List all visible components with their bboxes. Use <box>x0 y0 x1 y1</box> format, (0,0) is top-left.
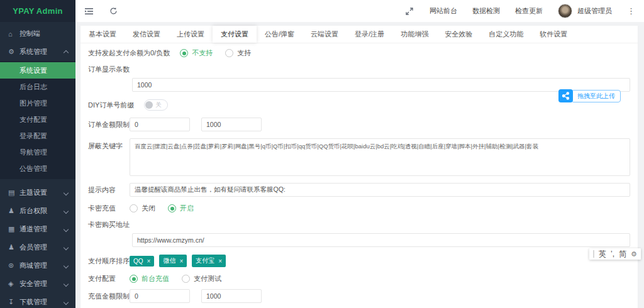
ime-status-bar[interactable]: 英 ’, 简 ⚙ <box>589 248 641 260</box>
chevron-down-icon <box>64 226 69 231</box>
collapse-sidebar-icon[interactable] <box>84 6 94 16</box>
sidebar-item-mall-management[interactable]: ⊛ 商城管理 <box>0 256 75 275</box>
pay-order-tag-alipay[interactable]: 支付宝 × <box>192 255 226 267</box>
remove-tag-icon[interactable]: × <box>179 258 183 265</box>
tab-basic-settings[interactable]: 基本设置 <box>80 26 125 43</box>
ime-simplified-toggle[interactable]: 简 <box>619 249 626 260</box>
sidebar-item-login-config[interactable]: 登录配置 <box>0 128 75 144</box>
sidebar-nav: ⌂ 控制端 ⚙ 系统管理 系统设置 后台日志 图片管理 支付配置 登录配置 导航… <box>0 22 75 308</box>
pay-order-label: 支付顺序排序 <box>88 256 130 266</box>
avatar[interactable] <box>558 4 572 18</box>
topbar: 网站前台 数据检测 检查更新 超级管理员 ⋮ <box>75 0 644 22</box>
toggle-off-text: 关 <box>155 101 162 109</box>
keywords-textarea[interactable]: 百度云|摆渡|云盘|点券|芸盘|萝莉|罗莉|网盘|黑号|q币|Q币|扣币|qq货… <box>130 138 630 176</box>
tab-login-register[interactable]: 登录/注册 <box>347 26 392 43</box>
card-url-input[interactable] <box>132 233 630 247</box>
balance-pay-yes-radio[interactable] <box>225 49 233 57</box>
balance-pay-no-option[interactable]: 不支持 <box>192 48 213 58</box>
user-icon: ♟ <box>8 207 19 215</box>
remove-tag-icon[interactable]: × <box>147 258 151 265</box>
tab-cloud-settings[interactable]: 云端设置 <box>303 26 347 43</box>
main-content: 基本设置 发信设置 上传设置 支付设置 公告/弹窗 云端设置 登录/注册 功能增… <box>75 22 644 308</box>
tab-payment-settings[interactable]: 支付设置 <box>213 26 257 43</box>
ime-punctuation-toggle[interactable]: ’, <box>611 250 614 258</box>
sidebar-item-payment-config[interactable]: 支付配置 <box>0 111 75 128</box>
check-update-link[interactable]: 检查更新 <box>515 6 543 16</box>
ime-handle[interactable] <box>593 250 594 258</box>
username: 超级管理员 <box>577 6 612 16</box>
order-count-input[interactable] <box>132 78 630 92</box>
more-menu-icon[interactable]: ⋮ <box>627 7 635 15</box>
settings-tabbar: 基本设置 发信设置 上传设置 支付设置 公告/弹窗 云端设置 登录/注册 功能增… <box>80 26 638 43</box>
tab-feature-enhance[interactable]: 功能增强 <box>392 26 436 43</box>
tab-announcement-popup[interactable]: 公告/弹窗 <box>257 26 303 43</box>
sidebar-item-backend-permissions[interactable]: ♟ 后台权限 <box>0 202 75 220</box>
toggle-knob <box>145 101 153 109</box>
sidebar-item-nav-management[interactable]: 导航管理 <box>0 144 75 160</box>
order-amount-max-input[interactable] <box>201 118 262 131</box>
tab-mail-settings[interactable]: 发信设置 <box>125 26 169 43</box>
card-recharge-label: 卡密充值 <box>88 204 130 213</box>
tab-software-settings[interactable]: 软件设置 <box>531 26 575 43</box>
chevron-down-icon <box>64 299 69 304</box>
pay-config-front-radio[interactable] <box>130 275 138 283</box>
sidebar-item-system-management[interactable]: ⚙ 系统管理 <box>0 43 75 61</box>
fullscreen-icon[interactable] <box>404 6 414 16</box>
ime-english-toggle[interactable]: 英 <box>599 249 606 260</box>
card-recharge-on-option[interactable]: 开启 <box>180 204 194 213</box>
pay-config-test-radio[interactable] <box>182 275 190 283</box>
balance-pay-no-radio[interactable] <box>180 49 188 57</box>
diy-prefix-row: DIY订单号前缀 关 <box>88 99 630 111</box>
sidebar-item-theme-settings[interactable]: ▤ 主题设置 <box>0 184 75 202</box>
sidebar-item-image-management[interactable]: 图片管理 <box>0 95 75 111</box>
recharge-amount-row: 充值金额限制 <box>88 289 630 303</box>
sidebar-item-security-management[interactable]: ◈ 安全管理 <box>0 275 75 293</box>
sidebar-item-member-management[interactable]: ♟ 会员管理 <box>0 238 75 256</box>
refresh-icon[interactable] <box>108 6 118 16</box>
pay-config-front-option[interactable]: 前台充值 <box>142 274 169 283</box>
tab-security-verify[interactable]: 安全效验 <box>436 26 480 43</box>
tab-custom-functions[interactable]: 自定义功能 <box>480 26 531 43</box>
pay-order-row: 支付顺序排序 QQ × 微信 × 支付宝 × <box>88 255 630 267</box>
sidebar-item-system-settings[interactable]: 系统设置 <box>0 62 75 79</box>
user-menu[interactable]: 超级管理员 <box>558 4 612 18</box>
balance-pay-yes-option[interactable]: 支持 <box>237 48 251 58</box>
card-url-label: 卡密购买地址 <box>88 220 630 229</box>
upload-hint-label: 拖拽至此上传 <box>571 90 621 102</box>
user-icon: ♟ <box>8 243 19 251</box>
ime-settings-icon[interactable]: ⚙ <box>631 250 637 258</box>
diy-prefix-toggle[interactable]: 关 <box>144 99 168 111</box>
diy-prefix-label: DIY订单号前缀 <box>88 101 134 110</box>
upload-dropzone[interactable]: 拖拽至此上传 <box>558 89 621 102</box>
download-icon: ↧ <box>8 298 19 306</box>
tip-label: 提示内容 <box>88 185 130 195</box>
order-amount-min-input[interactable] <box>130 118 190 131</box>
site-front-link[interactable]: 网站前台 <box>430 6 457 16</box>
recharge-amount-min-input[interactable] <box>130 289 190 303</box>
sidebar-item-announcement-management[interactable]: 公告管理 <box>0 160 75 177</box>
pay-config-row: 支付配置 前台充值 支付测试 <box>88 274 630 283</box>
pay-order-tag-qq[interactable]: QQ × <box>130 256 154 267</box>
sidebar: YPAY Admin ⌂ 控制端 ⚙ 系统管理 系统设置 后台日志 图片管理 支… <box>0 0 75 308</box>
remove-tag-icon[interactable]: × <box>218 258 222 265</box>
card-recharge-off-radio[interactable] <box>130 204 138 212</box>
chevron-down-icon <box>64 245 69 250</box>
card-recharge-on-radio[interactable] <box>168 204 176 212</box>
recharge-amount-max-input[interactable] <box>201 289 262 303</box>
pay-config-test-option[interactable]: 支付测试 <box>194 274 221 283</box>
data-check-link[interactable]: 数据检测 <box>472 6 500 16</box>
pay-order-tag-wechat[interactable]: 微信 × <box>159 255 187 267</box>
sidebar-item-download-management[interactable]: ↧ 下载管理 <box>0 293 75 308</box>
sidebar-item-channel-management[interactable]: ▦ 通道管理 <box>0 220 75 238</box>
tab-upload-settings[interactable]: 上传设置 <box>169 26 213 43</box>
sidebar-item-backend-logs[interactable]: 后台日志 <box>0 79 75 95</box>
sidebar-item-label: 控制端 <box>19 29 70 38</box>
order-count-row: 订单显示条数 <box>88 65 630 92</box>
card-recharge-off-option[interactable]: 关闭 <box>142 204 155 213</box>
order-count-label: 订单显示条数 <box>88 65 630 74</box>
sidebar-item-dashboard[interactable]: ⌂ 控制端 <box>0 25 75 43</box>
tip-input[interactable] <box>130 183 630 197</box>
chevron-down-icon <box>64 281 69 286</box>
chevron-down-icon <box>64 263 69 268</box>
system-management-submenu: 系统设置 后台日志 图片管理 支付配置 登录配置 导航管理 公告管理 <box>0 61 75 179</box>
